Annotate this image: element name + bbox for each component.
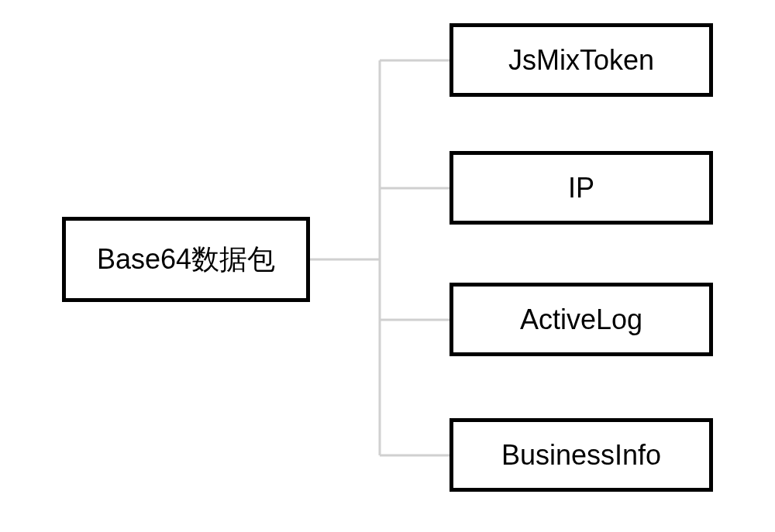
child-node-activelog: ActiveLog [450,283,713,356]
root-node-label: Base64数据包 [97,241,275,279]
child-node-label: JsMixToken [508,44,654,77]
child-node-label: BusinessInfo [501,439,661,472]
child-node-ip: IP [450,151,713,225]
child-node-label: IP [568,172,594,204]
child-node-businessinfo: BusinessInfo [450,418,713,492]
child-node-jsmixtoken: JsMixToken [450,23,713,97]
root-node: Base64数据包 [62,217,310,302]
child-node-label: ActiveLog [520,304,642,336]
diagram-container: Base64数据包 JsMixToken IP ActiveLog Busine… [0,0,775,532]
